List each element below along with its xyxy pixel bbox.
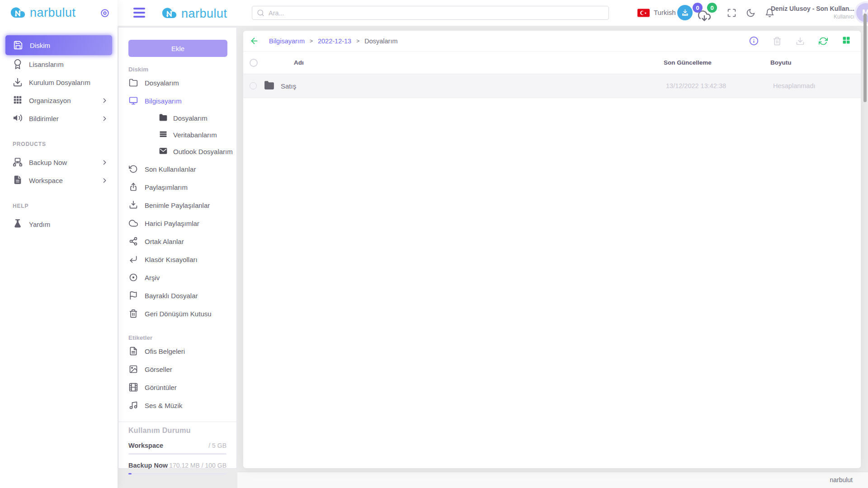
- tree-item-ortak-alanlar[interactable]: Ortak Alanlar: [118, 232, 236, 250]
- tree-section-tags: Etiketler: [128, 334, 236, 341]
- refresh-icon[interactable]: [819, 37, 828, 46]
- file-browser-card: Bilgisayarım > 2022-12-13 > Dosyalarım A…: [243, 31, 861, 468]
- back-button[interactable]: [250, 36, 259, 46]
- flask-icon: [13, 219, 23, 230]
- tag-item-gorseller[interactable]: Görseller: [118, 360, 236, 378]
- sidebar-item-kurulum-dosyalarim[interactable]: Kurulum Dosyalarım: [0, 73, 118, 91]
- database-icon: [159, 130, 168, 140]
- file-updated: 13/12/2022 13:42:38: [666, 82, 726, 89]
- tree-item-bilgisayarim-dosyalarim[interactable]: Dosyalarım: [118, 110, 236, 127]
- table-header: Adı Son Güncelleme Boyutu: [243, 52, 861, 74]
- folder-filled-icon: [159, 113, 168, 123]
- sidebar-item-organizasyon[interactable]: Organizasyon: [0, 91, 118, 109]
- sidebar-section-products: PRODUCTS: [13, 141, 118, 147]
- tag-item-ses-muzik[interactable]: Ses & Müzik: [118, 396, 236, 414]
- sidebar-section-help: HELP: [13, 203, 118, 209]
- usage-title: Kullanım Durumu: [128, 427, 226, 435]
- tree-item-son-kullanilanlar[interactable]: Son Kullanılanlar: [118, 160, 236, 178]
- usage-progressbar: [128, 473, 226, 474]
- tree-section-label: Diskim: [128, 66, 236, 73]
- usage-panel: Kullanım Durumu Workspace / 5 GB Backup …: [118, 422, 236, 474]
- tree-item-dosyalarim[interactable]: Dosyalarım: [118, 74, 236, 92]
- breadcrumb-item[interactable]: Bilgisayarım: [269, 38, 305, 45]
- tree-item-bayrakli-dosyalar[interactable]: Bayraklı Dosyalar: [118, 286, 236, 305]
- history-icon: [129, 164, 138, 174]
- sidebar-item-bildirimler[interactable]: Bildirimler: [0, 109, 118, 127]
- info-icon[interactable]: [749, 36, 759, 46]
- image-icon: [129, 365, 138, 374]
- sidebar-item-diskim[interactable]: Diskim: [5, 35, 112, 55]
- tree-item-label: Dosyalarım: [145, 79, 179, 87]
- user-name: Deniz Ulusoy - Son Kullan...: [769, 5, 854, 12]
- tree-item-arsiv[interactable]: Arşiv: [118, 268, 236, 286]
- chevron-right-icon: [101, 159, 108, 166]
- chevron-right-icon: [101, 115, 108, 122]
- tree-item-label: Bayraklı Dosyalar: [145, 292, 198, 300]
- breadcrumb-bar: Bilgisayarım > 2022-12-13 > Dosyalarım: [243, 31, 861, 52]
- fullscreen-icon[interactable]: [727, 8, 736, 18]
- dark-mode-icon[interactable]: [746, 8, 755, 18]
- delete-icon[interactable]: [773, 37, 782, 46]
- tree-item-label: Ofis Belgeleri: [145, 347, 185, 355]
- tag-item-ofis-belgeleri[interactable]: Ofis Belgeleri: [118, 342, 236, 360]
- tree-item-label: Görüntüler: [145, 384, 177, 391]
- tree-item-benimle-paylasilanlar[interactable]: Benimle Paylaşılanlar: [118, 196, 236, 214]
- sidebar-item-label: Kurulum Dosyalarım: [29, 79, 90, 86]
- download-icon[interactable]: [796, 37, 805, 46]
- sidebar-item-label: Workspace: [29, 177, 63, 184]
- sidebar-item-label: Diskim: [30, 42, 50, 49]
- folder-icon: [264, 80, 275, 93]
- tree-item-label: Harici Paylaşımlar: [145, 220, 199, 227]
- upload-count-badge[interactable]: 0: [693, 3, 703, 13]
- tree-item-paylasimlarim[interactable]: Paylaşımlarım: [118, 178, 236, 196]
- file-size: Hesaplanmadı: [773, 82, 816, 89]
- music-icon: [129, 401, 138, 410]
- sidebar-item-label: Backup Now: [29, 159, 67, 166]
- usage-row-workspace: Workspace / 5 GB: [128, 442, 226, 449]
- folder-icon: [129, 78, 138, 87]
- download-icon: [13, 77, 23, 87]
- menu-icon[interactable]: [133, 8, 145, 18]
- tree-item-harici-paylasimlar[interactable]: Harici Paylaşımlar: [118, 214, 236, 232]
- table-row[interactable]: Satış 13/12/2022 13:42:38 Hesaplanmadı: [243, 74, 861, 98]
- tree-item-klasor-kisayollari[interactable]: Klasör Kısayolları: [118, 250, 236, 268]
- select-all-checkbox[interactable]: [250, 59, 258, 67]
- language-selector[interactable]: Turkish: [654, 9, 676, 16]
- scrollbar-thumb[interactable]: [863, 14, 867, 102]
- file-name: Satış: [281, 82, 296, 90]
- row-checkbox[interactable]: [250, 82, 257, 89]
- tag-item-goruntuler[interactable]: Görüntüler: [118, 378, 236, 396]
- add-button[interactable]: Ekle: [128, 40, 227, 57]
- speaker-icon: [13, 113, 23, 124]
- user-menu[interactable]: Deniz Ulusoy - Son Kullan... Kullanıcı: [769, 5, 854, 20]
- search-input[interactable]: [269, 9, 604, 17]
- page-footer: narbulut: [237, 472, 868, 488]
- tree-item-bilgisayarim[interactable]: Bilgisayarım: [118, 92, 236, 110]
- sidebar-item-workspace[interactable]: Workspace: [0, 171, 118, 189]
- top-bar: narbulut Turkish 0 0: [118, 0, 868, 26]
- turkish-flag-icon[interactable]: [637, 9, 650, 17]
- usage-value: 170.12 MB / 100 GB: [169, 462, 226, 469]
- brand-name: narbulut: [30, 6, 76, 20]
- download-tray-icon: [129, 201, 138, 210]
- breadcrumb-item[interactable]: 2022-12-13: [318, 38, 351, 45]
- tree-item-label: Ortak Alanlar: [145, 238, 184, 245]
- tree-item-label: Veritabanlarım: [173, 131, 217, 139]
- main-sidebar: narbulut Diskim Lisanslarım Kurulum Dosy…: [0, 0, 118, 488]
- tree-item-geri-donusum-kutusu[interactable]: Geri Dönüşüm Kutusu: [118, 305, 236, 323]
- tree-item-veritabanlarim[interactable]: Veritabanlarım: [118, 127, 236, 143]
- sidebar-pin-icon[interactable]: [100, 8, 110, 18]
- agent-download-button[interactable]: [677, 5, 693, 20]
- search-icon: [257, 9, 264, 17]
- grid-view-icon[interactable]: [842, 36, 851, 47]
- tree-item-outlook-dosyalarim[interactable]: Outlook Dosyalarım: [118, 143, 236, 160]
- sidebar-item-backup-now[interactable]: Backup Now: [0, 153, 118, 171]
- search-box[interactable]: [252, 6, 609, 20]
- sidebar-item-yardim[interactable]: Yardım: [0, 215, 118, 233]
- sidebar-item-label: Yardım: [29, 221, 50, 228]
- tree-item-label: Klasör Kısayolları: [145, 256, 198, 263]
- sidebar-item-lisanslarim[interactable]: Lisanslarım: [0, 55, 118, 73]
- sidebar-item-label: Organizasyon: [29, 97, 71, 104]
- download-count-badge[interactable]: 0: [707, 3, 717, 13]
- footer-brand: narbulut: [830, 476, 853, 483]
